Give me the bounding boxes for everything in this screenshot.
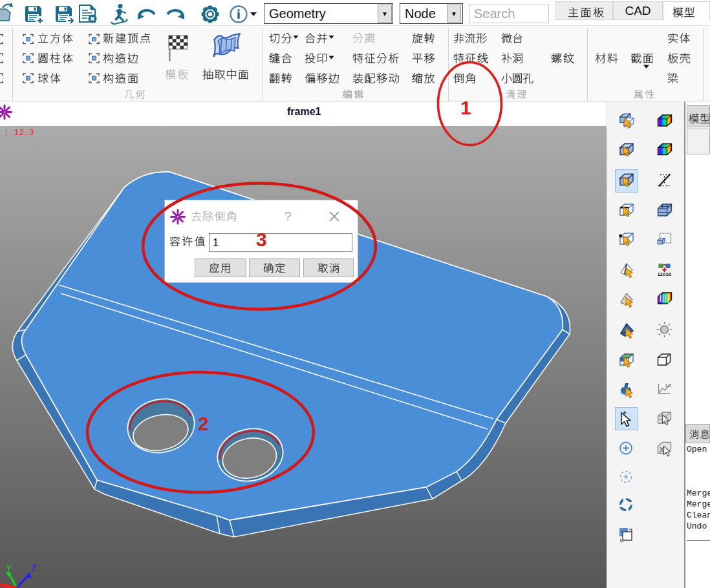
svg-text:3: 3 — [256, 229, 267, 250]
svg-text:11010: 11010 — [658, 271, 672, 277]
svg-text:1: 1 — [460, 97, 471, 118]
svg-text:2: 2 — [198, 413, 209, 434]
svg-text:1.2: 1.2 — [665, 383, 672, 388]
